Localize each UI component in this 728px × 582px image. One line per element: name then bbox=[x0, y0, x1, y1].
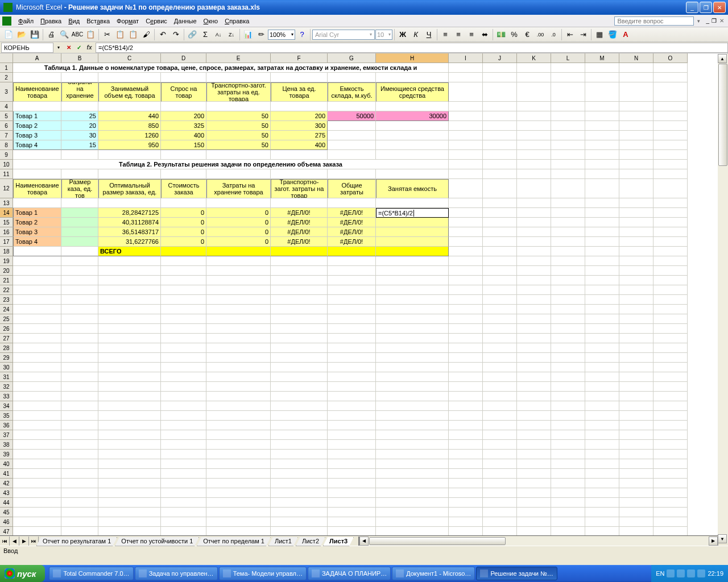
borders-button[interactable]: ▦ bbox=[593, 28, 606, 41]
cell[interactable] bbox=[619, 208, 653, 218]
vertical-scrollbar[interactable]: ▲ ▼ bbox=[718, 54, 728, 543]
cell[interactable] bbox=[61, 527, 98, 535]
cell[interactable] bbox=[376, 353, 449, 363]
cell[interactable] bbox=[619, 334, 653, 343]
cell[interactable] bbox=[449, 131, 483, 140]
cell[interactable] bbox=[653, 227, 688, 237]
cell[interactable] bbox=[585, 353, 619, 363]
col-header-D[interactable]: D bbox=[161, 53, 206, 63]
cell[interactable] bbox=[98, 421, 161, 430]
cell[interactable] bbox=[13, 73, 61, 82]
cell[interactable] bbox=[61, 169, 98, 179]
cell[interactable] bbox=[206, 334, 271, 343]
cell[interactable]: Товар 1 bbox=[13, 111, 61, 121]
row-header-15[interactable]: 15 bbox=[0, 218, 13, 227]
cell[interactable] bbox=[61, 382, 98, 392]
row-header-46[interactable]: 46 bbox=[0, 517, 13, 527]
cell[interactable] bbox=[653, 63, 688, 73]
cell[interactable] bbox=[585, 179, 619, 198]
preview-button[interactable]: 🔍 bbox=[58, 28, 71, 41]
cell[interactable] bbox=[61, 237, 98, 247]
cell[interactable] bbox=[328, 469, 376, 479]
cell[interactable] bbox=[483, 479, 517, 488]
cell[interactable] bbox=[653, 111, 688, 121]
cell[interactable] bbox=[619, 295, 653, 305]
cell[interactable]: Таблица 1. Данные о номенклатуре товара,… bbox=[13, 63, 449, 73]
cell[interactable]: Товар 2 bbox=[13, 218, 61, 227]
cell[interactable] bbox=[206, 421, 271, 430]
cell[interactable] bbox=[551, 363, 585, 372]
cell[interactable] bbox=[483, 140, 517, 150]
menu-format[interactable]: Формат bbox=[113, 16, 142, 26]
cell[interactable] bbox=[619, 363, 653, 372]
cell[interactable] bbox=[206, 73, 271, 82]
cell[interactable] bbox=[328, 353, 376, 363]
cell[interactable] bbox=[13, 498, 61, 508]
cell[interactable] bbox=[328, 150, 376, 160]
cell[interactable] bbox=[13, 334, 61, 343]
paste-button[interactable]: 📋 bbox=[127, 28, 139, 41]
cell[interactable] bbox=[328, 382, 376, 392]
tray-icon[interactable] bbox=[687, 569, 695, 577]
cell[interactable] bbox=[585, 208, 619, 218]
cell[interactable] bbox=[483, 208, 517, 218]
cell[interactable] bbox=[517, 411, 551, 421]
cell[interactable] bbox=[653, 411, 688, 421]
cell[interactable] bbox=[517, 479, 551, 488]
cell[interactable] bbox=[376, 363, 449, 372]
cell[interactable] bbox=[161, 198, 206, 208]
cell[interactable] bbox=[61, 343, 98, 353]
cell[interactable] bbox=[376, 285, 449, 295]
cell[interactable] bbox=[653, 82, 688, 102]
cell[interactable] bbox=[585, 63, 619, 73]
cell[interactable] bbox=[328, 305, 376, 314]
cell[interactable] bbox=[61, 334, 98, 343]
cell[interactable] bbox=[585, 247, 619, 256]
cell[interactable] bbox=[619, 430, 653, 440]
cell[interactable] bbox=[376, 382, 449, 392]
cell[interactable] bbox=[449, 208, 483, 218]
fill-color-button[interactable]: 🪣 bbox=[606, 28, 619, 41]
cell[interactable] bbox=[449, 363, 483, 372]
cell[interactable] bbox=[98, 459, 161, 469]
cell[interactable] bbox=[585, 73, 619, 82]
cell[interactable] bbox=[61, 218, 98, 227]
cell[interactable] bbox=[449, 73, 483, 82]
cell[interactable] bbox=[376, 517, 449, 527]
row-header-6[interactable]: 6 bbox=[0, 121, 13, 131]
cell[interactable] bbox=[551, 343, 585, 353]
cell[interactable] bbox=[206, 353, 271, 363]
menu-tools[interactable]: Сервис bbox=[142, 16, 171, 26]
cell[interactable] bbox=[585, 198, 619, 208]
cell[interactable] bbox=[653, 498, 688, 508]
cell[interactable] bbox=[517, 372, 551, 382]
cell[interactable] bbox=[517, 334, 551, 343]
cell[interactable] bbox=[271, 527, 328, 535]
taskbar-item[interactable]: Задача по управлен… bbox=[135, 567, 218, 580]
cell[interactable] bbox=[98, 508, 161, 517]
cell[interactable] bbox=[619, 450, 653, 459]
sort-asc-button[interactable]: A↓ bbox=[212, 28, 225, 41]
cell[interactable] bbox=[619, 140, 653, 150]
cell[interactable] bbox=[517, 266, 551, 276]
cell[interactable] bbox=[271, 459, 328, 469]
sheet-tab[interactable]: Лист2 bbox=[296, 537, 325, 546]
cell[interactable] bbox=[161, 353, 206, 363]
cell[interactable] bbox=[653, 382, 688, 392]
cell[interactable] bbox=[483, 382, 517, 392]
row-header-14[interactable]: 14 bbox=[0, 208, 13, 218]
cell[interactable] bbox=[585, 305, 619, 314]
row-header-1[interactable]: 1 bbox=[0, 63, 13, 73]
cell[interactable]: Цена за ед. товара bbox=[271, 82, 328, 102]
cell[interactable] bbox=[161, 314, 206, 324]
sheet-tab[interactable]: Лист3 bbox=[323, 537, 354, 546]
cell[interactable] bbox=[271, 247, 328, 256]
cell[interactable] bbox=[551, 498, 585, 508]
cell[interactable] bbox=[551, 140, 585, 150]
cell[interactable] bbox=[517, 256, 551, 266]
close-button[interactable]: ✕ bbox=[713, 2, 726, 13]
cell[interactable] bbox=[161, 150, 206, 160]
cell[interactable]: Товар 1 bbox=[13, 208, 61, 218]
cell[interactable] bbox=[619, 353, 653, 363]
cell[interactable] bbox=[376, 430, 449, 440]
